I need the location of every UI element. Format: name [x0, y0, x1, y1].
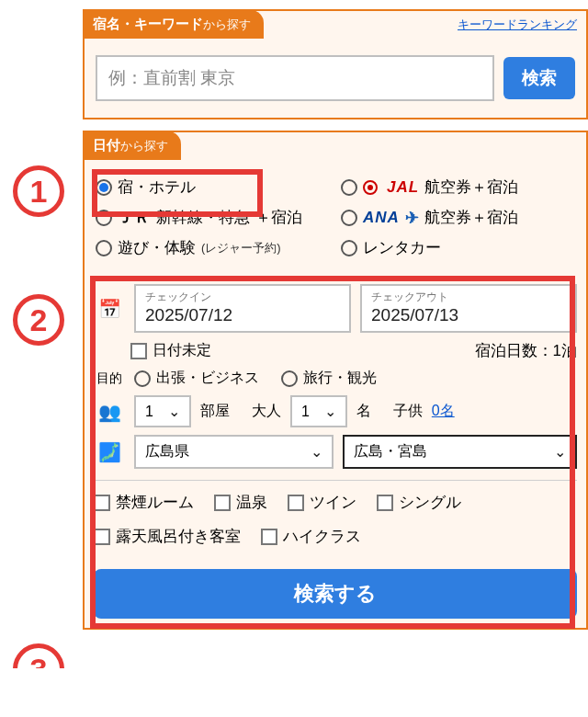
nights-prefix: 宿泊日数： — [475, 342, 553, 359]
option-hotel[interactable]: 宿・ホテル — [96, 176, 330, 198]
calendar-icon: 📅 — [94, 298, 125, 320]
area-value: 広島・宮島 — [354, 442, 539, 461]
checkout-value: 2025/07/13 — [371, 305, 566, 325]
area-select[interactable]: 広島・宮島 ⌄ — [343, 435, 577, 469]
purpose-travel[interactable]: 旅行・観光 — [281, 369, 377, 388]
chevron-down-icon: ⌄ — [324, 403, 336, 420]
checkin-value: 2025/07/12 — [145, 305, 340, 325]
location-icon: 🗾 — [94, 441, 125, 463]
checkbox-icon — [214, 495, 231, 511]
checkin-field[interactable]: チェックイン 2025/07/12 — [134, 284, 351, 333]
ana-wing-icon: ✈ — [405, 208, 419, 228]
date-tab-bold: 日付 — [93, 137, 120, 153]
step-badge-1: 1 — [13, 165, 64, 217]
option-suffix: 航空券＋宿泊 — [424, 207, 518, 228]
radio-icon — [96, 240, 112, 256]
nights-value: 1泊 — [553, 342, 577, 359]
chevron-down-icon: ⌄ — [554, 443, 566, 461]
radio-icon — [96, 210, 112, 226]
filter-label: ハイクラス — [283, 526, 361, 547]
search-submit-button[interactable]: 検索する — [94, 569, 577, 619]
option-jal[interactable]: JAL 航空券＋宿泊 — [341, 176, 575, 198]
keyword-tab-thin: から探す — [203, 17, 251, 31]
radio-icon — [341, 210, 357, 226]
chevron-down-icon: ⌄ — [311, 443, 322, 461]
checkbox-icon — [288, 495, 304, 511]
option-leisure[interactable]: 遊び・体験 (レジャー予約) — [96, 237, 330, 258]
option-suffix: ＋宿泊 — [255, 207, 302, 228]
keyword-search-button[interactable]: 検索 — [503, 57, 575, 99]
filter-label: ツイン — [310, 492, 356, 513]
rooms-select[interactable]: 1 ⌄ — [134, 395, 191, 427]
nights-display: 宿泊日数：1泊 — [475, 340, 577, 361]
radio-icon — [134, 370, 151, 387]
brand-ana: ANA — [363, 209, 400, 227]
keyword-input[interactable]: 例：直前割 東京 — [96, 55, 494, 101]
adults-select[interactable]: 1 ⌄ — [290, 395, 347, 427]
people-icon: 👥 — [94, 401, 125, 423]
brand-jr: ＪＲ — [118, 207, 151, 228]
rooms-value: 1 — [145, 404, 153, 420]
radio-icon — [341, 179, 357, 196]
checkbox-icon — [261, 529, 277, 545]
filter-label: 禁煙ルーム — [116, 492, 194, 513]
option-label: レンタカー — [363, 237, 441, 258]
chevron-down-icon: ⌄ — [168, 403, 180, 420]
adults-label: 大人 — [252, 402, 281, 421]
keyword-ranking-link[interactable]: キーワードランキング — [458, 17, 577, 33]
filter-onsen[interactable]: 温泉 — [214, 492, 267, 513]
prefecture-value: 広島県 — [145, 442, 296, 461]
checkout-caption: チェックアウト — [371, 290, 566, 305]
filter-single[interactable]: シングル — [377, 492, 461, 513]
checkout-field[interactable]: チェックアウト 2025/07/13 — [360, 284, 577, 333]
rooms-unit: 部屋 — [200, 402, 230, 421]
option-suffix: 航空券＋宿泊 — [424, 176, 518, 198]
prefecture-select[interactable]: 広島県 ⌄ — [134, 435, 334, 469]
children-link[interactable]: 0名 — [432, 402, 455, 421]
keyword-panel: 宿名・キーワードから探す キーワードランキング 例：直前割 東京 検索 — [83, 9, 588, 120]
service-options: 宿・ホテル JAL 航空券＋宿泊 ＪＲ 新幹線・特急 ＋宿泊 ANA ✈ 航空券… — [85, 164, 586, 269]
radio-icon — [341, 240, 357, 256]
filters-section: 禁煙ルーム 温泉 ツイン シングル 露天風呂付き客室 ハイクラス — [94, 480, 577, 547]
undated-checkbox[interactable]: 日付未定 — [130, 341, 211, 360]
brand-jal: JAL — [387, 178, 419, 197]
filter-label: シングル — [399, 492, 461, 513]
filter-label: 温泉 — [236, 492, 267, 513]
purpose-label: 目的 — [94, 370, 125, 387]
adults-value: 1 — [301, 404, 310, 420]
keyword-tab-bold: 宿名・キーワード — [93, 16, 203, 31]
undated-label: 日付未定 — [153, 341, 211, 360]
filter-label: 露天風呂付き客室 — [116, 526, 241, 547]
purpose-business[interactable]: 出張・ビジネス — [134, 369, 259, 388]
option-ana[interactable]: ANA ✈ 航空券＋宿泊 — [341, 207, 575, 228]
checkbox-icon — [377, 495, 393, 511]
step-badge-3: 3 — [13, 643, 64, 668]
jal-logo-icon — [363, 180, 378, 195]
checkin-caption: チェックイン — [145, 290, 340, 305]
option-label: 遊び・体験 — [118, 237, 196, 258]
purpose-travel-label: 旅行・観光 — [303, 369, 377, 388]
date-tab: 日付から探す — [84, 131, 181, 160]
step-badge-2: 2 — [13, 294, 64, 346]
filter-twin[interactable]: ツイン — [288, 492, 356, 513]
option-rentacar[interactable]: レンタカー — [341, 237, 575, 258]
date-tab-thin: から探す — [120, 139, 168, 153]
radio-icon — [96, 179, 112, 196]
children-label: 子供 — [393, 402, 423, 421]
purpose-business-label: 出張・ビジネス — [156, 369, 259, 388]
filter-high-class[interactable]: ハイクラス — [261, 526, 361, 547]
filter-open-air[interactable]: 露天風呂付き客室 — [94, 526, 241, 547]
option-label: 宿・ホテル — [118, 176, 196, 198]
checkbox-icon — [130, 343, 147, 359]
radio-icon — [281, 370, 298, 387]
date-panel: 日付から探す 宿・ホテル JAL 航空券＋宿泊 ＪＲ 新幹線・特急 ＋宿泊 — [83, 131, 588, 630]
option-note: (レジャー予約) — [201, 240, 281, 256]
option-jr[interactable]: ＪＲ 新幹線・特急 ＋宿泊 — [96, 207, 330, 228]
option-mid: 新幹線・特急 — [156, 207, 250, 228]
keyword-tab: 宿名・キーワードから探す — [84, 10, 264, 39]
filter-no-smoking[interactable]: 禁煙ルーム — [94, 492, 194, 513]
checkbox-icon — [94, 529, 110, 545]
adults-unit: 名 — [356, 402, 371, 421]
checkbox-icon — [94, 495, 110, 511]
